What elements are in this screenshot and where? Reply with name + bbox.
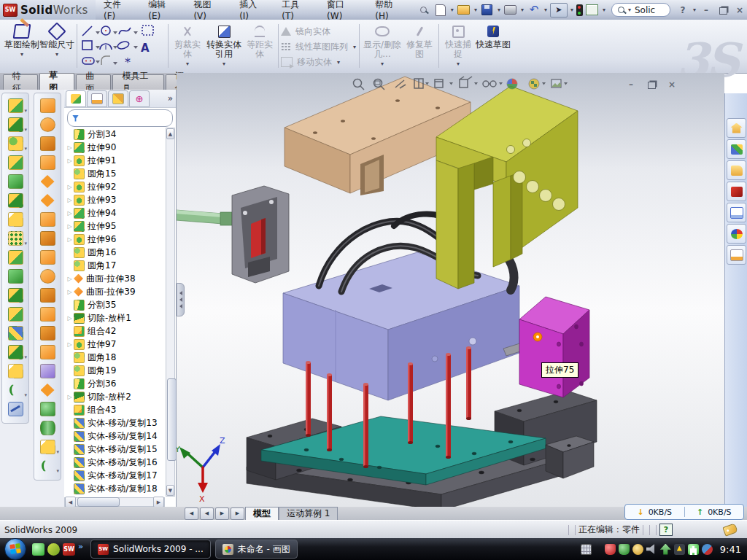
antivirus-icon[interactable] — [619, 544, 630, 555]
tree-item[interactable]: ▷ 曲面-拉伸38 — [64, 272, 165, 285]
toolbar-button[interactable]: ▾ — [2, 229, 28, 248]
menu-item[interactable]: 插入(I) — [231, 0, 274, 21]
tree-filter-bar[interactable] — [67, 109, 173, 127]
dimxpert-manager-tab[interactable]: ⊕ — [129, 90, 150, 107]
toolbar-button[interactable]: ▾ — [34, 381, 61, 400]
ribbon-tab[interactable]: 曲面 — [76, 74, 111, 90]
open-button[interactable] — [457, 4, 471, 17]
toolbar-button[interactable]: ▾ — [2, 115, 28, 134]
toolbar-button[interactable]: ▾ — [2, 191, 28, 210]
toolbar-button[interactable]: ▾ — [34, 191, 61, 210]
tree-item[interactable]: ▷ 拉伸94 — [64, 206, 165, 219]
toolbar-button[interactable]: ▾ — [2, 96, 28, 115]
toolbar-button[interactable]: ▾ — [34, 248, 61, 267]
sketch-entities-palette[interactable]: A * — [80, 24, 166, 69]
scroll-left-icon[interactable]: ◀ — [65, 497, 76, 508]
resources-button[interactable] — [727, 118, 746, 138]
view-palette-button[interactable] — [727, 203, 746, 222]
cylinder-arm-body[interactable] — [177, 209, 232, 225]
doc-close-button[interactable]: × — [665, 79, 679, 90]
doc-minimize-button[interactable]: – — [624, 79, 638, 90]
expand-arrow-icon[interactable]: ▷ — [66, 223, 74, 230]
toolbar-button[interactable]: ▾ — [2, 381, 28, 400]
tree-item[interactable]: ▷ 曲面-拉伸39 — [64, 285, 165, 298]
appearances-button[interactable] — [727, 224, 746, 244]
expand-arrow-icon[interactable]: ▷ — [66, 197, 74, 203]
new-dropdown[interactable]: ▾ — [451, 7, 454, 13]
tree-item[interactable]: ▷ 拉伸97 — [64, 338, 165, 351]
search-box[interactable]: ▾ Solic — [611, 3, 670, 17]
open-dropdown[interactable]: ▾ — [474, 7, 477, 13]
tree-item[interactable]: ▷ 实体-移动/复制18 — [64, 482, 165, 495]
file-explorer-button[interactable] — [727, 160, 746, 180]
quick-launch-more[interactable]: » — [78, 542, 83, 551]
options-button[interactable] — [585, 4, 600, 17]
upload-status-icon[interactable] — [660, 544, 671, 555]
toolbar-button[interactable]: ▾ — [34, 438, 61, 456]
restore-button[interactable] — [716, 4, 730, 16]
scroll-down-icon[interactable]: ▼ — [166, 485, 174, 496]
expand-arrow-icon[interactable]: ▷ — [66, 236, 74, 243]
smart-dimension-button[interactable]: 智能尺寸 ▾ — [39, 21, 74, 70]
configuration-manager-tab[interactable] — [108, 90, 128, 107]
expand-arrow-icon[interactable]: ▷ — [66, 144, 74, 151]
tree-item[interactable]: ▷ 实体-移动/复制13 — [64, 416, 165, 429]
quick-launch-solidworks-icon[interactable]: SW — [63, 543, 75, 556]
quick-launch-messenger-icon[interactable] — [32, 543, 44, 556]
toolbar-button[interactable]: ▾ — [2, 286, 28, 305]
toolbar-button[interactable]: ▾ — [34, 286, 61, 305]
quick-launch-app-icon[interactable] — [47, 543, 60, 556]
tree-item[interactable]: ▷ 实体-移动/复制16 — [64, 456, 165, 469]
menu-item[interactable]: 窗口(W) — [319, 0, 367, 21]
ribbon-tab[interactable]: 模具工具 — [112, 74, 163, 90]
messenger-icon[interactable] — [702, 544, 713, 555]
tree-item[interactable]: ▷ 拉伸90 — [64, 141, 165, 154]
security-alert-icon[interactable] — [605, 544, 616, 555]
menu-item[interactable]: 帮助(H) — [367, 0, 413, 21]
menu-item[interactable]: 编辑(E) — [140, 0, 185, 21]
scroll-right-icon[interactable]: ▶ — [153, 497, 164, 508]
expand-arrow-icon[interactable]: ▷ — [66, 341, 74, 348]
select-tool-button[interactable]: ➤ — [550, 3, 568, 18]
smart-dimension-dropdown[interactable]: ▾ — [55, 50, 58, 59]
new-document-button[interactable] — [433, 4, 448, 17]
tree-item[interactable]: ▷ 实体-移动/复制17 — [64, 469, 165, 482]
toolbar-button[interactable]: ▾ — [2, 362, 28, 381]
text-tool-icon[interactable]: A — [141, 42, 150, 55]
toolbar-button[interactable]: ▾ — [2, 134, 28, 153]
doc-restore-button[interactable] — [644, 79, 659, 90]
point-tool-icon[interactable]: * — [125, 55, 131, 69]
tree-item[interactable]: ▷ 分割36 — [64, 377, 165, 390]
tree-horizontal-scrollbar[interactable]: ◀ ▶ — [64, 497, 165, 507]
search-scope-dropdown[interactable]: ▾ — [628, 7, 631, 13]
tree-item[interactable]: ▷ 圆角17 — [64, 259, 165, 272]
first-tab-button[interactable]: ◀ — [185, 508, 198, 520]
tags-icon[interactable] — [722, 523, 738, 536]
expand-arrow-icon[interactable]: ▷ — [66, 394, 74, 400]
taskbar-task-button[interactable]: 未命名 - 画图 — [215, 540, 298, 559]
tree-item[interactable]: ▷ 实体-移动/复制15 — [64, 443, 165, 456]
rapid-sketch-button[interactable]: 快速草图 — [475, 21, 511, 70]
pin-icon[interactable] — [417, 4, 431, 17]
search-input[interactable]: Solic — [635, 5, 664, 15]
toolbar-button[interactable]: ▾ — [34, 456, 61, 475]
ribbon-tab[interactable]: 草图 — [39, 73, 74, 90]
property-manager-tab[interactable] — [87, 90, 107, 107]
tree-item[interactable]: ▷ 组合42 — [64, 324, 165, 338]
toolbox-button[interactable] — [727, 182, 746, 201]
prev-tab-button[interactable]: ◀ — [200, 508, 214, 520]
network-warning-icon[interactable] — [674, 544, 685, 555]
3d-model[interactable]: Y Z X — [177, 73, 724, 507]
toolbar-button[interactable]: ▾ — [2, 267, 28, 286]
toolbar-button[interactable]: ▾ — [2, 210, 28, 229]
toolbar-button[interactable]: ▾ — [34, 324, 61, 343]
tree-item[interactable]: ▷ 圆角15 — [64, 167, 165, 180]
tree-item[interactable]: ▷ 切除-放样2 — [64, 390, 165, 403]
last-tab-button[interactable]: ▶ — [231, 508, 244, 520]
save-dropdown[interactable]: ▾ — [498, 7, 500, 13]
toolbar-button[interactable]: ▾ — [34, 343, 61, 362]
tree-item[interactable]: ▷ 实体-移动/复制14 — [64, 429, 165, 443]
tree-item[interactable]: ▷ 切除-放样1 — [64, 311, 165, 324]
custom-properties-button[interactable] — [727, 245, 746, 265]
convert-entities-button[interactable]: 转换实体引用 ▾ — [204, 21, 244, 70]
